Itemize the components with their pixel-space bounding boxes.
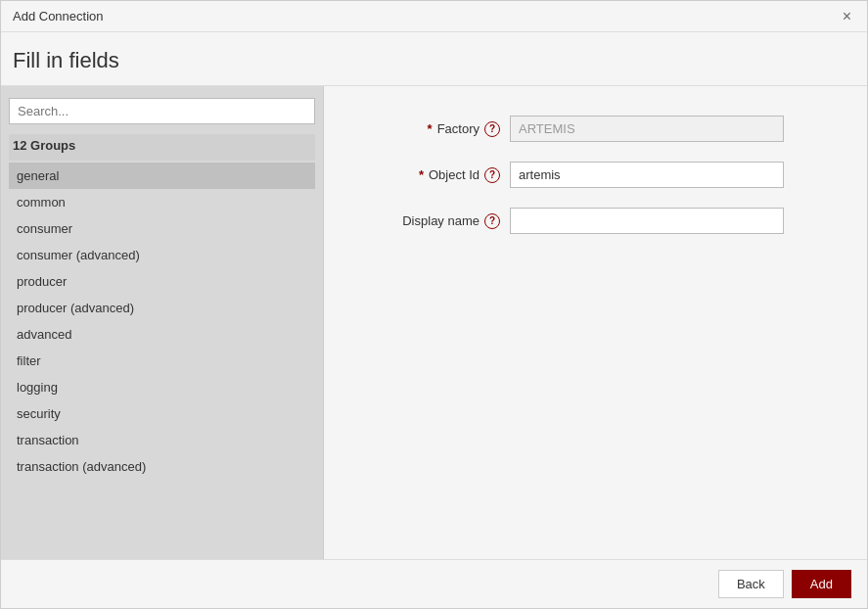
groups-label: 12 Groups bbox=[9, 134, 315, 161]
sidebar-item-consumer-advanced[interactable]: consumer (advanced) bbox=[9, 242, 315, 268]
factory-required-star: * bbox=[428, 121, 433, 136]
sidebar-item-consumer[interactable]: consumer bbox=[9, 215, 315, 242]
sidebar: 12 Groups general common consumer consum… bbox=[1, 86, 324, 559]
main-panel: * Factory ? * Object Id ? Display name bbox=[324, 86, 867, 559]
footer: Back Add bbox=[1, 559, 867, 608]
factory-input[interactable] bbox=[510, 116, 784, 142]
factory-help-icon[interactable]: ? bbox=[484, 121, 500, 137]
title-bar: Add Connection × bbox=[1, 1, 867, 32]
page-header: Fill in fields bbox=[1, 32, 867, 86]
group-list: general common consumer consumer (advanc… bbox=[9, 163, 315, 551]
objectid-required-star: * bbox=[419, 167, 424, 182]
sidebar-item-advanced[interactable]: advanced bbox=[9, 321, 315, 348]
factory-label: * Factory ? bbox=[363, 121, 500, 137]
objectid-label: * Object Id ? bbox=[363, 167, 500, 183]
content-area: 12 Groups general common consumer consum… bbox=[1, 86, 867, 559]
add-button[interactable]: Add bbox=[792, 570, 851, 598]
objectid-input[interactable] bbox=[510, 162, 784, 188]
displayname-field-row: Display name ? bbox=[363, 208, 828, 234]
objectid-field-row: * Object Id ? bbox=[363, 162, 828, 188]
factory-label-text: Factory bbox=[437, 121, 480, 136]
sidebar-item-transaction-advanced[interactable]: transaction (advanced) bbox=[9, 453, 315, 480]
page-title: Fill in fields bbox=[13, 48, 855, 73]
displayname-label: Display name ? bbox=[363, 213, 500, 229]
sidebar-item-security[interactable]: security bbox=[9, 400, 315, 427]
objectid-label-text: Object Id bbox=[429, 167, 480, 182]
displayname-input[interactable] bbox=[510, 208, 784, 234]
factory-field-row: * Factory ? bbox=[363, 116, 828, 142]
sidebar-item-producer[interactable]: producer bbox=[9, 268, 315, 295]
sidebar-item-transaction[interactable]: transaction bbox=[9, 427, 315, 453]
dialog-title: Add Connection bbox=[13, 9, 104, 23]
sidebar-item-general[interactable]: general bbox=[9, 163, 315, 189]
sidebar-item-logging[interactable]: logging bbox=[9, 374, 315, 400]
sidebar-item-filter[interactable]: filter bbox=[9, 348, 315, 374]
search-input[interactable] bbox=[9, 98, 315, 124]
objectid-help-icon[interactable]: ? bbox=[484, 167, 500, 183]
displayname-help-icon[interactable]: ? bbox=[484, 213, 500, 229]
back-button[interactable]: Back bbox=[718, 570, 784, 598]
close-button[interactable]: × bbox=[839, 9, 855, 24]
sidebar-item-common[interactable]: common bbox=[9, 189, 315, 215]
displayname-label-text: Display name bbox=[402, 213, 480, 228]
sidebar-item-producer-advanced[interactable]: producer (advanced) bbox=[9, 295, 315, 321]
dialog: Add Connection × Fill in fields 12 Group… bbox=[0, 0, 868, 609]
